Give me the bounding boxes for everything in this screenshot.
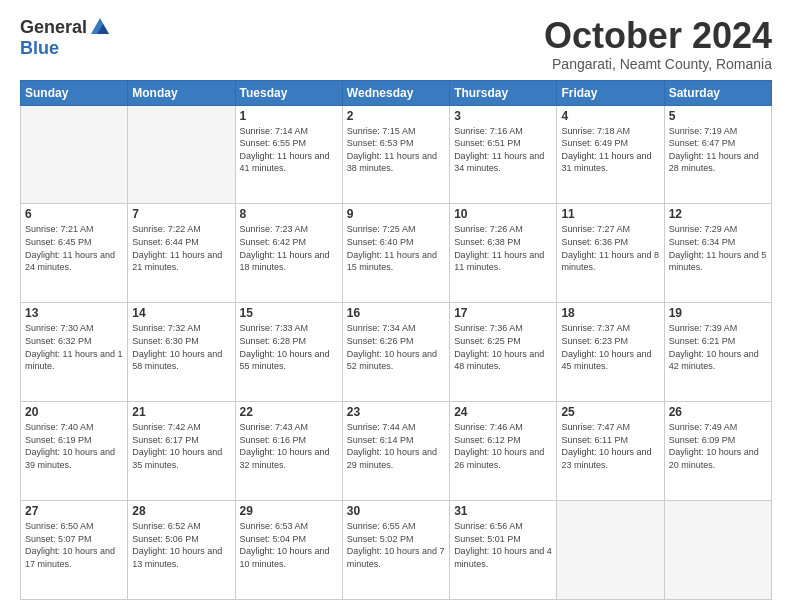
day-number: 17	[454, 306, 552, 320]
day-number: 26	[669, 405, 767, 419]
day-number: 5	[669, 109, 767, 123]
day-info: Sunrise: 7:21 AM Sunset: 6:45 PM Dayligh…	[25, 223, 123, 273]
day-cell-13: 13Sunrise: 7:30 AM Sunset: 6:32 PM Dayli…	[21, 303, 128, 402]
day-number: 14	[132, 306, 230, 320]
day-info: Sunrise: 6:52 AM Sunset: 5:06 PM Dayligh…	[132, 520, 230, 570]
day-cell-9: 9Sunrise: 7:25 AM Sunset: 6:40 PM Daylig…	[342, 204, 449, 303]
day-number: 18	[561, 306, 659, 320]
day-cell-21: 21Sunrise: 7:42 AM Sunset: 6:17 PM Dayli…	[128, 402, 235, 501]
day-info: Sunrise: 7:32 AM Sunset: 6:30 PM Dayligh…	[132, 322, 230, 372]
week-row-4: 20Sunrise: 7:40 AM Sunset: 6:19 PM Dayli…	[21, 402, 772, 501]
day-number: 13	[25, 306, 123, 320]
day-cell-7: 7Sunrise: 7:22 AM Sunset: 6:44 PM Daylig…	[128, 204, 235, 303]
day-number: 29	[240, 504, 338, 518]
day-cell-22: 22Sunrise: 7:43 AM Sunset: 6:16 PM Dayli…	[235, 402, 342, 501]
day-cell-27: 27Sunrise: 6:50 AM Sunset: 5:07 PM Dayli…	[21, 501, 128, 600]
day-info: Sunrise: 7:36 AM Sunset: 6:25 PM Dayligh…	[454, 322, 552, 372]
day-cell-11: 11Sunrise: 7:27 AM Sunset: 6:36 PM Dayli…	[557, 204, 664, 303]
day-cell-3: 3Sunrise: 7:16 AM Sunset: 6:51 PM Daylig…	[450, 105, 557, 204]
day-cell-30: 30Sunrise: 6:55 AM Sunset: 5:02 PM Dayli…	[342, 501, 449, 600]
day-number: 16	[347, 306, 445, 320]
logo-icon	[89, 16, 111, 38]
weekday-header-thursday: Thursday	[450, 80, 557, 105]
day-number: 6	[25, 207, 123, 221]
week-row-2: 6Sunrise: 7:21 AM Sunset: 6:45 PM Daylig…	[21, 204, 772, 303]
day-cell-15: 15Sunrise: 7:33 AM Sunset: 6:28 PM Dayli…	[235, 303, 342, 402]
day-info: Sunrise: 7:34 AM Sunset: 6:26 PM Dayligh…	[347, 322, 445, 372]
day-number: 27	[25, 504, 123, 518]
day-info: Sunrise: 7:19 AM Sunset: 6:47 PM Dayligh…	[669, 125, 767, 175]
day-number: 1	[240, 109, 338, 123]
day-cell-19: 19Sunrise: 7:39 AM Sunset: 6:21 PM Dayli…	[664, 303, 771, 402]
day-info: Sunrise: 7:46 AM Sunset: 6:12 PM Dayligh…	[454, 421, 552, 471]
logo: General Blue	[20, 16, 111, 59]
day-info: Sunrise: 7:47 AM Sunset: 6:11 PM Dayligh…	[561, 421, 659, 471]
day-info: Sunrise: 6:55 AM Sunset: 5:02 PM Dayligh…	[347, 520, 445, 570]
day-info: Sunrise: 7:15 AM Sunset: 6:53 PM Dayligh…	[347, 125, 445, 175]
day-cell-24: 24Sunrise: 7:46 AM Sunset: 6:12 PM Dayli…	[450, 402, 557, 501]
empty-cell	[21, 105, 128, 204]
day-cell-10: 10Sunrise: 7:26 AM Sunset: 6:38 PM Dayli…	[450, 204, 557, 303]
weekday-header-tuesday: Tuesday	[235, 80, 342, 105]
day-cell-4: 4Sunrise: 7:18 AM Sunset: 6:49 PM Daylig…	[557, 105, 664, 204]
day-info: Sunrise: 7:42 AM Sunset: 6:17 PM Dayligh…	[132, 421, 230, 471]
day-cell-28: 28Sunrise: 6:52 AM Sunset: 5:06 PM Dayli…	[128, 501, 235, 600]
day-cell-29: 29Sunrise: 6:53 AM Sunset: 5:04 PM Dayli…	[235, 501, 342, 600]
day-info: Sunrise: 7:16 AM Sunset: 6:51 PM Dayligh…	[454, 125, 552, 175]
day-cell-31: 31Sunrise: 6:56 AM Sunset: 5:01 PM Dayli…	[450, 501, 557, 600]
day-info: Sunrise: 6:56 AM Sunset: 5:01 PM Dayligh…	[454, 520, 552, 570]
day-number: 20	[25, 405, 123, 419]
day-info: Sunrise: 7:27 AM Sunset: 6:36 PM Dayligh…	[561, 223, 659, 273]
day-cell-12: 12Sunrise: 7:29 AM Sunset: 6:34 PM Dayli…	[664, 204, 771, 303]
day-number: 4	[561, 109, 659, 123]
day-info: Sunrise: 6:50 AM Sunset: 5:07 PM Dayligh…	[25, 520, 123, 570]
weekday-header-sunday: Sunday	[21, 80, 128, 105]
day-number: 9	[347, 207, 445, 221]
day-number: 10	[454, 207, 552, 221]
day-cell-20: 20Sunrise: 7:40 AM Sunset: 6:19 PM Dayli…	[21, 402, 128, 501]
day-number: 21	[132, 405, 230, 419]
day-info: Sunrise: 7:30 AM Sunset: 6:32 PM Dayligh…	[25, 322, 123, 372]
week-row-1: 1Sunrise: 7:14 AM Sunset: 6:55 PM Daylig…	[21, 105, 772, 204]
week-row-5: 27Sunrise: 6:50 AM Sunset: 5:07 PM Dayli…	[21, 501, 772, 600]
header: General Blue October 2024 Pangarati, Nea…	[20, 16, 772, 72]
day-cell-25: 25Sunrise: 7:47 AM Sunset: 6:11 PM Dayli…	[557, 402, 664, 501]
week-row-3: 13Sunrise: 7:30 AM Sunset: 6:32 PM Dayli…	[21, 303, 772, 402]
day-number: 3	[454, 109, 552, 123]
empty-cell	[128, 105, 235, 204]
day-info: Sunrise: 7:22 AM Sunset: 6:44 PM Dayligh…	[132, 223, 230, 273]
weekday-header-monday: Monday	[128, 80, 235, 105]
day-cell-17: 17Sunrise: 7:36 AM Sunset: 6:25 PM Dayli…	[450, 303, 557, 402]
day-number: 22	[240, 405, 338, 419]
day-info: Sunrise: 7:23 AM Sunset: 6:42 PM Dayligh…	[240, 223, 338, 273]
logo-general-text: General	[20, 17, 87, 38]
day-number: 23	[347, 405, 445, 419]
day-cell-16: 16Sunrise: 7:34 AM Sunset: 6:26 PM Dayli…	[342, 303, 449, 402]
day-number: 19	[669, 306, 767, 320]
weekday-header-friday: Friday	[557, 80, 664, 105]
day-number: 30	[347, 504, 445, 518]
day-cell-6: 6Sunrise: 7:21 AM Sunset: 6:45 PM Daylig…	[21, 204, 128, 303]
empty-cell	[557, 501, 664, 600]
day-number: 8	[240, 207, 338, 221]
day-number: 25	[561, 405, 659, 419]
day-number: 31	[454, 504, 552, 518]
subtitle: Pangarati, Neamt County, Romania	[544, 56, 772, 72]
day-number: 7	[132, 207, 230, 221]
calendar-table: SundayMondayTuesdayWednesdayThursdayFrid…	[20, 80, 772, 600]
day-number: 24	[454, 405, 552, 419]
day-cell-26: 26Sunrise: 7:49 AM Sunset: 6:09 PM Dayli…	[664, 402, 771, 501]
empty-cell	[664, 501, 771, 600]
day-cell-2: 2Sunrise: 7:15 AM Sunset: 6:53 PM Daylig…	[342, 105, 449, 204]
day-info: Sunrise: 7:49 AM Sunset: 6:09 PM Dayligh…	[669, 421, 767, 471]
day-number: 2	[347, 109, 445, 123]
weekday-header-saturday: Saturday	[664, 80, 771, 105]
day-info: Sunrise: 7:39 AM Sunset: 6:21 PM Dayligh…	[669, 322, 767, 372]
day-info: Sunrise: 7:18 AM Sunset: 6:49 PM Dayligh…	[561, 125, 659, 175]
day-info: Sunrise: 7:29 AM Sunset: 6:34 PM Dayligh…	[669, 223, 767, 273]
day-number: 12	[669, 207, 767, 221]
day-cell-8: 8Sunrise: 7:23 AM Sunset: 6:42 PM Daylig…	[235, 204, 342, 303]
day-info: Sunrise: 7:25 AM Sunset: 6:40 PM Dayligh…	[347, 223, 445, 273]
day-number: 11	[561, 207, 659, 221]
day-cell-23: 23Sunrise: 7:44 AM Sunset: 6:14 PM Dayli…	[342, 402, 449, 501]
